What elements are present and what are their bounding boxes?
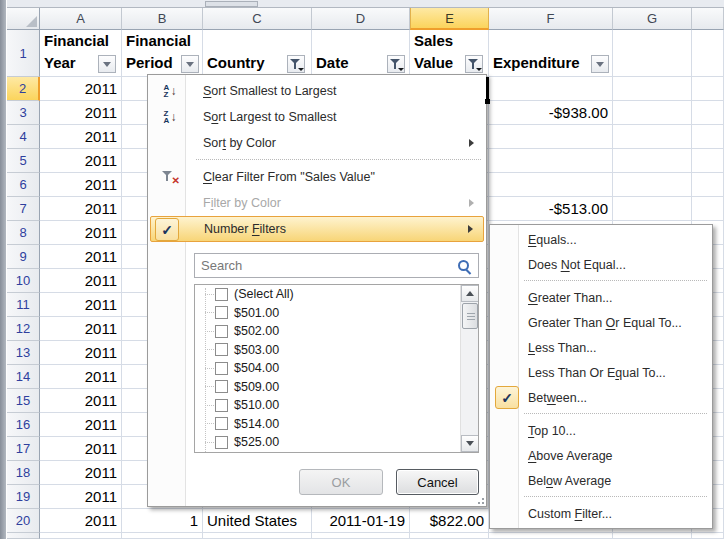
cell-e21[interactable]: [410, 533, 489, 539]
row-header-15[interactable]: 15: [7, 389, 40, 413]
cell-a2[interactable]: 2011: [40, 77, 122, 101]
row-header-3[interactable]: 3: [7, 101, 40, 125]
checkbox[interactable]: [215, 325, 228, 338]
filter-value-501-00[interactable]: $501.00: [195, 304, 478, 323]
cell-a11[interactable]: 2011: [40, 293, 122, 317]
search-input[interactable]: [195, 254, 478, 277]
filter-value-partial[interactable]: [195, 452, 478, 454]
row-header-11[interactable]: 11: [7, 293, 40, 317]
scroll-down-button[interactable]: [461, 435, 479, 452]
header-cell-financial-year[interactable]: FinancialYear: [40, 30, 122, 77]
cell-g2[interactable]: [613, 77, 692, 101]
cell-d21[interactable]: [312, 533, 410, 539]
cell-a4[interactable]: 2011: [40, 125, 122, 149]
column-header-a[interactable]: A: [40, 8, 122, 30]
cell-b20[interactable]: 1: [122, 509, 203, 533]
cell-g3[interactable]: [613, 101, 692, 125]
filter-value-514-00[interactable]: $514.00: [195, 415, 478, 434]
cell-a20[interactable]: 2011: [40, 509, 122, 533]
header-cell-date[interactable]: Date: [312, 30, 410, 77]
column-header-g[interactable]: G: [613, 8, 692, 30]
filter-value-525-00[interactable]: $525.00: [195, 433, 478, 452]
submenu-item-between[interactable]: Between...✓: [492, 385, 710, 410]
checkbox[interactable]: [215, 380, 228, 393]
column-header-partial[interactable]: [692, 8, 724, 30]
cell-f2[interactable]: [489, 77, 613, 101]
scroll-up-button[interactable]: [461, 285, 479, 302]
cell-f3[interactable]: -$938.00: [489, 101, 613, 125]
cell-f6[interactable]: [489, 173, 613, 197]
row-header-7[interactable]: 7: [7, 197, 40, 221]
resize-grip[interactable]: [473, 493, 484, 504]
cell-x4[interactable]: [692, 125, 724, 149]
column-header-e[interactable]: E: [410, 8, 489, 30]
row-header-14[interactable]: 14: [7, 365, 40, 389]
cell-a9[interactable]: 2011: [40, 245, 122, 269]
column-header-d[interactable]: D: [312, 8, 410, 30]
cell-g6[interactable]: [613, 173, 692, 197]
header-cell-sales-value[interactable]: SalesValue: [410, 30, 489, 77]
menu-item-number-filters[interactable]: Number Filters✓: [150, 216, 484, 242]
row-header-10[interactable]: 10: [7, 269, 40, 293]
cell-a8[interactable]: 2011: [40, 221, 122, 245]
submenu-item-greater-than[interactable]: Greater Than...: [492, 285, 710, 310]
row-header-16[interactable]: 16: [7, 413, 40, 437]
column-header-c[interactable]: C: [203, 8, 312, 30]
select-all-corner[interactable]: [7, 8, 40, 30]
checkbox[interactable]: [215, 436, 228, 449]
cell-g21[interactable]: [613, 533, 692, 539]
cell-e20[interactable]: $822.00: [410, 509, 489, 533]
checkbox[interactable]: [215, 306, 228, 319]
cell-a17[interactable]: 2011: [40, 437, 122, 461]
filter-button-expenditure[interactable]: [591, 55, 609, 73]
submenu-item-below-average[interactable]: Below Average: [492, 468, 710, 493]
menu-item-sort-smallest-to-largest[interactable]: Sort Smallest to LargestAZ↓: [150, 78, 484, 104]
header-cell-expenditure[interactable]: Expenditure: [489, 30, 613, 77]
submenu-item-equals[interactable]: Equals...: [492, 227, 710, 252]
cell-f7[interactable]: -$513.00: [489, 197, 613, 221]
checkbox[interactable]: [215, 417, 228, 430]
cell-a21[interactable]: [40, 533, 122, 539]
cell-f4[interactable]: [489, 125, 613, 149]
filter-button-financial-year[interactable]: [98, 55, 116, 73]
row-header-1[interactable]: 1: [7, 30, 40, 77]
header-cell-empty[interactable]: [613, 30, 692, 77]
filter-value-510-00[interactable]: $510.00: [195, 396, 478, 415]
filter-button-date[interactable]: [387, 55, 405, 73]
cell-g5[interactable]: [613, 149, 692, 173]
row-header-17[interactable]: 17: [7, 437, 40, 461]
filter-button-financial-period[interactable]: [181, 55, 199, 73]
cell-a14[interactable]: 2011: [40, 365, 122, 389]
checkbox[interactable]: [215, 288, 228, 301]
filter-value-503-00[interactable]: $503.00: [195, 341, 478, 360]
cell-a19[interactable]: 2011: [40, 485, 122, 509]
row-header-18[interactable]: 18: [7, 461, 40, 485]
cell-x21[interactable]: [692, 533, 724, 539]
row-header-5[interactable]: 5: [7, 149, 40, 173]
cell-c20[interactable]: United States: [203, 509, 312, 533]
submenu-item-custom-filter[interactable]: Custom Filter...: [492, 501, 710, 526]
row-header-8[interactable]: 8: [7, 221, 40, 245]
cell-a12[interactable]: 2011: [40, 317, 122, 341]
cell-c21[interactable]: [203, 533, 312, 539]
scrollbar-thumb[interactable]: [462, 303, 478, 329]
submenu-item-less-than[interactable]: Less Than...: [492, 335, 710, 360]
cell-a6[interactable]: 2011: [40, 173, 122, 197]
submenu-item-does-not-equal[interactable]: Does Not Equal...: [492, 252, 710, 277]
submenu-item-less-than-or-equal-to[interactable]: Less Than Or Equal To...: [492, 360, 710, 385]
list-scrollbar[interactable]: [460, 285, 478, 452]
submenu-item-greater-than-or-equal-to[interactable]: Greater Than Or Equal To...: [492, 310, 710, 335]
menu-item-sort-largest-to-smallest[interactable]: Sort Largest to SmallestZA↓: [150, 104, 484, 130]
cell-a3[interactable]: 2011: [40, 101, 122, 125]
checkbox[interactable]: [215, 362, 228, 375]
filter-value-select-all[interactable]: (Select All): [195, 285, 478, 304]
cell-a13[interactable]: 2011: [40, 341, 122, 365]
cell-a7[interactable]: 2011: [40, 197, 122, 221]
filter-button-sales-value[interactable]: [465, 55, 483, 73]
filter-value-504-00[interactable]: $504.00: [195, 359, 478, 378]
filter-value-509-00[interactable]: $509.00: [195, 378, 478, 397]
checkbox[interactable]: [215, 343, 228, 356]
cell-a16[interactable]: 2011: [40, 413, 122, 437]
header-cell-financial-period[interactable]: FinancialPeriod: [122, 30, 203, 77]
column-header-b[interactable]: B: [122, 8, 203, 30]
